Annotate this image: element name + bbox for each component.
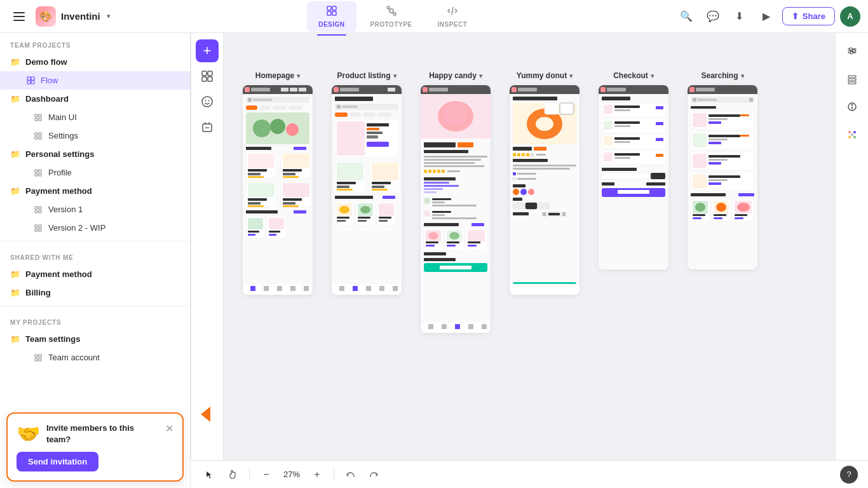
search-button[interactable]: 🔍 xyxy=(675,6,697,27)
frame-label-searching[interactable]: Searching ▾ xyxy=(701,71,743,80)
sidebar-item-payment-shared[interactable]: 📁 Payment method xyxy=(0,265,190,283)
svg-point-195 xyxy=(449,232,459,240)
app-logo[interactable]: 🎨 Inventini ▾ xyxy=(36,6,111,27)
svg-rect-65 xyxy=(246,147,271,150)
svg-rect-73 xyxy=(283,169,302,172)
checkout-chevron-icon: ▾ xyxy=(651,72,654,79)
svg-point-340 xyxy=(850,51,853,54)
sidebar-item-version-2[interactable]: Version 2 - WIP xyxy=(0,219,190,237)
download-button[interactable]: ⬇ xyxy=(729,6,750,27)
right-toolbar xyxy=(835,33,868,488)
svg-rect-20 xyxy=(35,137,37,139)
sidebar-item-dashboard[interactable]: 📁 Dashboard xyxy=(0,90,190,108)
svg-rect-262 xyxy=(614,105,640,108)
send-invitation-button[interactable]: Send invitation xyxy=(17,452,98,471)
svg-rect-148 xyxy=(379,220,388,222)
svg-rect-274 xyxy=(656,138,663,141)
sidebar-item-settings[interactable]: Settings xyxy=(0,126,190,145)
svg-rect-293 xyxy=(698,98,717,101)
sidebar-item-version-1[interactable]: Version 1 xyxy=(0,200,190,219)
svg-rect-306 xyxy=(709,142,721,144)
svg-line-8 xyxy=(393,12,393,13)
frame-product-listing[interactable] xyxy=(332,85,402,295)
assets-button[interactable] xyxy=(841,95,864,118)
sidebar-item-flow[interactable]: Flow xyxy=(0,71,190,90)
svg-rect-56 xyxy=(253,98,272,101)
profile-label: Profile xyxy=(48,168,72,177)
sidebar-item-team-account[interactable]: Team account xyxy=(0,348,190,367)
frame-homepage[interactable] xyxy=(243,85,313,295)
svg-rect-267 xyxy=(614,121,640,124)
plugin-button[interactable] xyxy=(196,116,219,139)
zoom-out-button[interactable]: − xyxy=(257,466,275,484)
svg-rect-223 xyxy=(560,103,574,114)
svg-rect-3 xyxy=(332,11,336,15)
frame-label-product-listing[interactable]: Product listing ▾ xyxy=(337,71,397,80)
svg-rect-30 xyxy=(35,225,37,227)
svg-rect-217 xyxy=(518,88,537,92)
pointer-tool-button[interactable] xyxy=(201,466,219,484)
svg-rect-18 xyxy=(35,133,37,135)
svg-rect-131 xyxy=(372,186,384,188)
svg-rect-186 xyxy=(432,214,445,216)
frame-happy-candy[interactable] xyxy=(421,85,491,333)
svg-rect-231 xyxy=(536,154,546,156)
frame-label-checkout[interactable]: Checkout ▾ xyxy=(613,71,654,80)
sidebar-item-billing[interactable]: 📁 Billing xyxy=(0,283,190,302)
components-button[interactable] xyxy=(196,65,219,88)
sidebar-item-personal-settings[interactable]: 📁 Personal settings xyxy=(0,145,190,163)
frame-label-yummy-donut[interactable]: Yummy donut ▾ xyxy=(517,71,573,80)
svg-rect-118 xyxy=(367,123,389,126)
svg-rect-94 xyxy=(269,218,284,229)
sidebar-item-main-ui[interactable]: Main UI xyxy=(0,108,190,126)
palette-button[interactable] xyxy=(841,123,864,146)
design-properties-button[interactable] xyxy=(841,39,864,62)
svg-rect-115 xyxy=(377,112,391,117)
frame-searching[interactable] xyxy=(688,85,757,269)
svg-rect-91 xyxy=(248,231,259,233)
svg-point-347 xyxy=(848,131,851,133)
help-button[interactable]: ? xyxy=(840,466,858,484)
avatar[interactable]: A xyxy=(840,6,860,27)
folder-icon-6: 📁 xyxy=(10,288,20,297)
menu-button[interactable] xyxy=(8,5,31,28)
svg-rect-78 xyxy=(248,183,275,197)
frame-label-homepage[interactable]: Homepage ▾ xyxy=(255,71,300,80)
svg-rect-258 xyxy=(607,88,626,92)
divider-1 xyxy=(0,241,190,241)
layers-button[interactable] xyxy=(841,67,864,90)
hand-tool-button[interactable] xyxy=(224,466,241,484)
svg-rect-80 xyxy=(248,202,261,205)
svg-rect-249 xyxy=(543,212,546,216)
svg-rect-88 xyxy=(294,210,306,214)
frame-group-homepage: Homepage ▾ xyxy=(243,71,313,295)
tab-design[interactable]: DESIGN xyxy=(307,1,356,32)
comment-button[interactable]: 💬 xyxy=(702,6,724,27)
share-icon: ⬆ xyxy=(792,11,799,21)
share-button[interactable]: ⬆ Share xyxy=(782,7,835,25)
emoji-button[interactable] xyxy=(196,90,219,113)
sidebar-item-demo-flow[interactable]: 📁 Demo flow xyxy=(0,53,190,71)
svg-rect-319 xyxy=(738,193,754,196)
svg-rect-98 xyxy=(250,286,255,291)
frame-yummy-donut[interactable] xyxy=(510,85,580,295)
tab-prototype[interactable]: PROTOTYPE xyxy=(359,1,424,32)
add-button[interactable]: + xyxy=(196,39,219,62)
svg-rect-114 xyxy=(363,112,376,117)
sidebar-item-payment-method[interactable]: 📁 Payment method xyxy=(0,182,190,200)
folder-icon: 📁 xyxy=(10,57,20,67)
svg-point-221 xyxy=(536,117,553,131)
sidebar-item-team-settings[interactable]: 📁 Team settings xyxy=(0,330,190,348)
tab-inspect[interactable]: INSPECT xyxy=(426,1,479,32)
frame-label-happy-candy[interactable]: Happy candy ▾ xyxy=(429,71,482,80)
svg-rect-157 xyxy=(423,87,428,92)
invite-close-button[interactable]: ✕ xyxy=(165,423,173,435)
zoom-in-button[interactable]: + xyxy=(308,466,326,484)
redo-button[interactable] xyxy=(365,466,383,484)
play-button[interactable]: ▶ xyxy=(756,6,777,27)
svg-point-5 xyxy=(387,6,390,9)
canvas[interactable]: Homepage ▾ xyxy=(224,33,835,488)
undo-button[interactable] xyxy=(342,466,360,484)
frame-checkout[interactable] xyxy=(599,85,668,269)
sidebar-item-profile[interactable]: Profile xyxy=(0,163,190,182)
